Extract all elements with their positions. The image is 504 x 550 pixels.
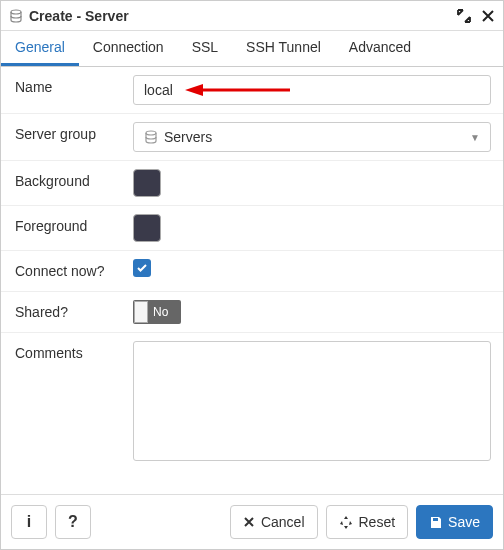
chevron-down-icon: ▼ xyxy=(470,132,480,143)
tab-advanced[interactable]: Advanced xyxy=(335,31,425,66)
comments-textarea[interactable] xyxy=(133,341,491,461)
info-button[interactable]: i xyxy=(11,505,47,539)
name-label: Name xyxy=(1,67,131,107)
row-connect-now: Connect now? xyxy=(1,251,503,292)
row-shared: Shared? No xyxy=(1,292,503,333)
toggle-handle xyxy=(134,301,148,323)
shared-toggle[interactable]: No xyxy=(133,300,181,324)
create-server-dialog: Create - Server General Connection SSL S… xyxy=(0,0,504,550)
recycle-icon xyxy=(339,515,353,529)
shared-label: Shared? xyxy=(1,292,131,332)
server-group-select[interactable]: Servers ▼ xyxy=(133,122,491,152)
close-icon[interactable] xyxy=(481,9,495,23)
save-label: Save xyxy=(448,514,480,530)
tab-ssh-tunnel[interactable]: SSH Tunnel xyxy=(232,31,335,66)
cancel-button[interactable]: Cancel xyxy=(230,505,318,539)
tab-connection[interactable]: Connection xyxy=(79,31,178,66)
reset-button[interactable]: Reset xyxy=(326,505,409,539)
svg-point-0 xyxy=(11,10,21,14)
connect-now-checkbox[interactable] xyxy=(133,259,151,277)
titlebar: Create - Server xyxy=(1,1,503,31)
row-foreground: Foreground xyxy=(1,206,503,251)
tabs: General Connection SSL SSH Tunnel Advanc… xyxy=(1,31,503,67)
cancel-label: Cancel xyxy=(261,514,305,530)
info-icon: i xyxy=(27,513,31,531)
connect-now-label: Connect now? xyxy=(1,251,131,291)
row-name: Name xyxy=(1,67,503,114)
servers-icon xyxy=(144,130,158,144)
shared-value: No xyxy=(153,305,168,319)
foreground-color-picker[interactable] xyxy=(133,214,161,242)
tab-general[interactable]: General xyxy=(1,31,79,66)
reset-label: Reset xyxy=(359,514,396,530)
maximize-icon[interactable] xyxy=(457,9,471,23)
row-comments: Comments xyxy=(1,333,503,469)
question-icon: ? xyxy=(68,513,78,531)
server-icon xyxy=(9,9,23,23)
row-server-group: Server group Servers ▼ xyxy=(1,114,503,161)
foreground-label: Foreground xyxy=(1,206,131,246)
row-background: Background xyxy=(1,161,503,206)
x-icon xyxy=(243,516,255,528)
background-color-picker[interactable] xyxy=(133,169,161,197)
server-group-label: Server group xyxy=(1,114,131,154)
save-icon xyxy=(429,516,442,529)
footer: i ? Cancel Reset Save xyxy=(1,494,503,549)
tab-ssl[interactable]: SSL xyxy=(178,31,232,66)
comments-label: Comments xyxy=(1,333,131,373)
name-input[interactable] xyxy=(133,75,491,105)
server-group-value: Servers xyxy=(164,129,212,145)
svg-point-1 xyxy=(146,131,156,135)
save-button[interactable]: Save xyxy=(416,505,493,539)
form-body: Name Server group Servers ▼ Background xyxy=(1,67,503,494)
dialog-title: Create - Server xyxy=(29,8,447,24)
background-label: Background xyxy=(1,161,131,201)
help-button[interactable]: ? xyxy=(55,505,91,539)
